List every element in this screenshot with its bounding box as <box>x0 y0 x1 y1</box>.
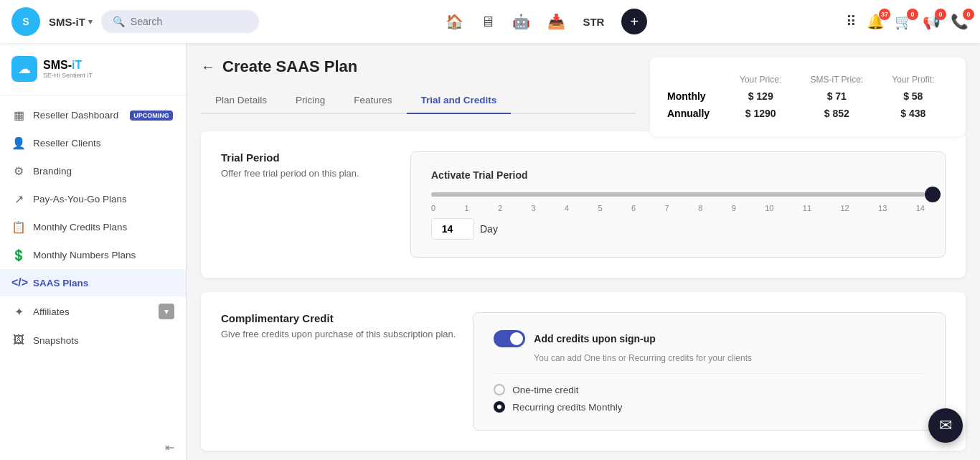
cart-icon[interactable]: 🛒 0 <box>895 13 913 30</box>
sidebar-item-reseller-clients[interactable]: 👤 Reseller Clients <box>0 129 186 157</box>
saas-icon: </> <box>11 276 26 289</box>
sidebar-item-monthly-numbers[interactable]: 💲 Monthly Numbers Plans <box>0 241 186 269</box>
sidebar-logo: ☁ SMS-iT SE-Hi Sentient iT <box>0 43 186 95</box>
dropdown-arrow-icon[interactable]: ▾ <box>159 304 174 319</box>
annually-smsit-price: $ 852 <box>796 105 878 122</box>
toggle-desc: You can add One tins or Recurring credit… <box>534 353 925 363</box>
radio-one-time-label: One-time credit <box>512 385 578 395</box>
credits-section-layout: Complimentary Credit Give free credits u… <box>221 312 946 431</box>
search-input[interactable] <box>131 16 245 27</box>
sidebar-item-label: Branding <box>33 166 72 177</box>
sidebar-item-payg[interactable]: ↗ Pay-As-You-Go Plans <box>0 185 186 213</box>
toggle-label: Add credits upon sign-up <box>534 333 656 344</box>
trial-period-title: Trial Period <box>221 151 393 164</box>
search-icon: 🔍 <box>113 16 125 27</box>
slider-labels: 0 1 2 3 4 5 6 7 8 9 10 1 <box>431 204 925 212</box>
slider-value-box: Day <box>431 218 925 240</box>
dashboard-icon: ▦ <box>11 108 26 122</box>
body-layout: ☁ SMS-iT SE-Hi Sentient iT ▦ Reseller Da… <box>0 43 980 460</box>
sidebar-item-label: SAAS Plans <box>33 278 88 288</box>
affiliates-icon: ✦ <box>11 305 26 319</box>
slider-thumb[interactable] <box>925 187 941 202</box>
tab-plan-details[interactable]: Plan Details <box>201 88 281 114</box>
chat-fab-button[interactable]: ✉ <box>928 408 963 443</box>
tab-trial-credits[interactable]: Trial and Credits <box>407 88 512 114</box>
page-header: ← Create SAAS Plan <box>201 57 636 76</box>
radio-one-time[interactable]: One-time credit <box>494 384 925 395</box>
page-title: Create SAAS Plan <box>222 57 357 76</box>
main-content: Your Price: SMS-iT Price: Your Profit: M… <box>187 43 980 460</box>
clients-icon: 👤 <box>11 136 26 150</box>
sidebar-item-label: Snapshots <box>33 335 79 346</box>
trial-day-input[interactable] <box>431 218 474 240</box>
sidebar-item-branding[interactable]: ⚙ Branding <box>0 157 186 185</box>
robot-icon[interactable]: 🤖 <box>512 13 530 30</box>
annually-row-label: Annually <box>667 105 725 122</box>
complimentary-credit-section: Complimentary Credit Give free credits u… <box>201 292 966 451</box>
sidebar-item-reseller-dashboard[interactable]: ▦ Reseller Dashboard UPCOMING <box>0 101 186 129</box>
nav-right-icons: ⠿ 🔔 37 🛒 0 📢 0 📞 0 <box>846 13 969 30</box>
sidebar-item-snapshots[interactable]: 🖼 Snapshots <box>0 327 186 354</box>
activate-trial-box: Activate Trial Period 0 1 2 <box>410 151 946 258</box>
your-profit-header: Your Profit: <box>878 72 948 88</box>
sidebar-nav: ▦ Reseller Dashboard UPCOMING 👤 Reseller… <box>0 95 186 435</box>
slider-track <box>431 192 925 197</box>
sidebar-item-monthly-credits[interactable]: 📋 Monthly Credits Plans <box>0 213 186 241</box>
radio-recurring-circle <box>494 401 505 413</box>
annually-your-price: $ 1290 <box>725 105 796 122</box>
snapshots-icon: 🖼 <box>11 334 26 347</box>
brand-avatar: S <box>11 7 40 36</box>
credits-toggle[interactable] <box>494 330 525 347</box>
back-button[interactable]: ← <box>201 59 215 75</box>
add-credits-box: Add credits upon sign-up You can add One… <box>473 312 946 431</box>
credits-right: Add credits upon sign-up You can add One… <box>473 312 946 431</box>
radio-recurring-label: Recurring credits Monthly <box>512 402 622 413</box>
trial-period-right: Activate Trial Period 0 1 2 <box>410 151 946 258</box>
phone-icon[interactable]: 📞 0 <box>951 13 969 30</box>
trial-period-layout: Trial Period Offer free trial period on … <box>221 151 946 258</box>
sidebar-item-saas-plans[interactable]: </> SAAS Plans <box>0 269 186 296</box>
search-box[interactable]: 🔍 <box>101 10 259 33</box>
home-icon[interactable]: 🏠 <box>446 13 463 30</box>
trial-period-left: Trial Period Offer free trial period on … <box>221 151 393 179</box>
credits-icon: 📋 <box>11 220 26 234</box>
radio-group: One-time credit Recurring credits Monthl… <box>494 373 925 413</box>
chat-fab-icon: ✉ <box>939 416 952 435</box>
monitor-icon[interactable]: 🖥 <box>481 14 495 30</box>
trial-slider-container <box>431 192 925 197</box>
brand-chevron-icon: ▾ <box>88 17 93 27</box>
your-price-header: Your Price: <box>725 72 796 88</box>
sidebar-item-label: Affiliates <box>33 306 70 317</box>
trial-period-section: Trial Period Offer free trial period on … <box>201 131 966 278</box>
sidebar-item-affiliates[interactable]: ✦ Affiliates ▾ <box>0 296 186 327</box>
slider-fill <box>431 192 925 197</box>
monthly-your-profit: $ 58 <box>878 88 948 105</box>
monthly-smsit-price: $ 71 <box>796 88 878 105</box>
trial-period-desc: Offer free trial period on this plan. <box>221 168 393 179</box>
monthly-your-price: $ 129 <box>725 88 796 105</box>
sidebar-logo-icon: ☁ <box>11 56 37 82</box>
top-navigation: S SMS-iT ▾ 🔍 🏠 🖥 🤖 📥 STR + ⠿ 🔔 37 🛒 0 📢 … <box>0 0 980 43</box>
speaker-icon[interactable]: 📢 0 <box>923 13 941 30</box>
notification-bell-icon[interactable]: 🔔 37 <box>867 13 885 30</box>
grid-icon[interactable]: ⠿ <box>846 13 857 30</box>
brand-name[interactable]: SMS-iT ▾ <box>49 16 93 28</box>
toggle-row: Add credits upon sign-up <box>494 330 925 347</box>
sidebar-item-label: Monthly Credits Plans <box>33 222 127 233</box>
radio-recurring[interactable]: Recurring credits Monthly <box>494 401 925 413</box>
smsit-price-header: SMS-iT Price: <box>796 72 878 88</box>
clearfix: Trial Period Offer free trial period on … <box>201 131 966 460</box>
sidebar-item-label: Reseller Dashboard <box>33 110 118 121</box>
upcoming-badge: UPCOMING <box>130 111 173 121</box>
tab-pricing[interactable]: Pricing <box>281 88 339 114</box>
inbox-icon[interactable]: 📥 <box>547 13 565 30</box>
sidebar-item-label: Monthly Numbers Plans <box>33 250 136 260</box>
credits-title: Complimentary Credit <box>221 312 456 324</box>
str-label: STR <box>583 16 604 28</box>
sidebar-collapse-button[interactable]: ⇤ <box>0 435 186 460</box>
tabs-bar: Plan Details Pricing Features Trial and … <box>201 88 636 114</box>
activate-trial-title: Activate Trial Period <box>431 169 925 181</box>
credits-desc: Give free credits upon purchase of this … <box>221 329 456 339</box>
tab-features[interactable]: Features <box>339 88 406 114</box>
add-button[interactable]: + <box>621 9 647 34</box>
